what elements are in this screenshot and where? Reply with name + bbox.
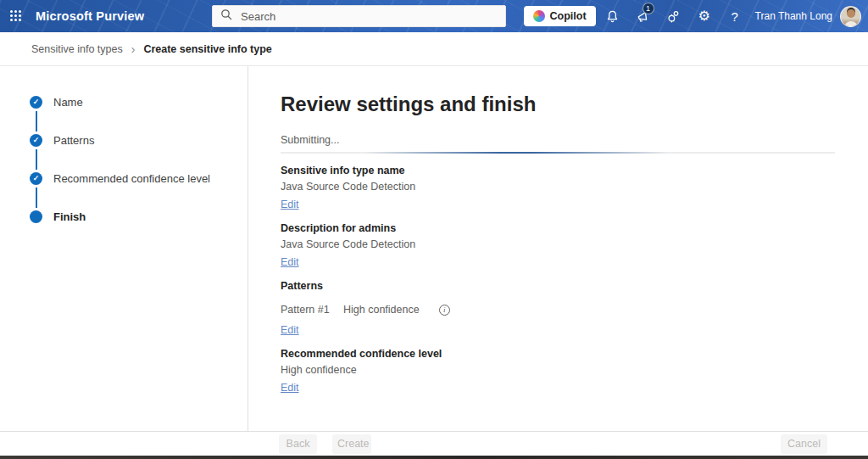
field-label: Recommended confidence level (281, 348, 835, 361)
edit-description-link[interactable]: Edit (281, 256, 299, 269)
edit-recommended-link[interactable]: Edit (281, 382, 299, 395)
wizard-stepper: ✓ Name ✓ Patterns ✓ Recommended confiden… (0, 66, 248, 431)
submitting-status: Submitting... (281, 134, 835, 146)
step-complete-circle: ✓ (30, 134, 42, 147)
step-current-circle (30, 210, 42, 223)
back-button[interactable]: Back (279, 434, 317, 454)
product-title: Microsoft Purview (36, 9, 144, 23)
review-field-description: Description for admins Java Source Code … (281, 222, 835, 269)
pattern-name: Pattern #1 (281, 304, 343, 316)
field-label: Description for admins (281, 222, 835, 235)
field-value: High confidence (281, 364, 835, 377)
edit-patterns-link[interactable]: Edit (281, 324, 299, 337)
step-label: Name (53, 96, 83, 109)
bell-icon (605, 9, 620, 24)
progress-bar (281, 152, 835, 154)
field-label: Sensitive info type name (281, 165, 835, 177)
topbar: Microsoft Purview Copilot (0, 0, 868, 32)
wizard-footer: Back Create Cancel (0, 431, 868, 456)
pattern-row: Pattern #1 High confidence i (281, 304, 835, 316)
notifications-button[interactable] (598, 0, 628, 32)
page-body: ✓ Name ✓ Patterns ✓ Recommended confiden… (0, 66, 868, 431)
search-icon (220, 8, 232, 24)
step-label: Recommended confidence level (53, 172, 210, 185)
copilot-icon (533, 10, 545, 22)
step-label: Finish (53, 210, 86, 223)
progress-bar-fill (364, 152, 669, 154)
step-complete-circle: ✓ (30, 96, 42, 109)
step-label: Patterns (53, 134, 94, 147)
review-field-patterns: Patterns Pattern #1 High confidence i Ed… (281, 280, 835, 337)
cancel-button[interactable]: Cancel (781, 434, 827, 454)
gear-icon: ⚙ (698, 9, 709, 23)
help-button[interactable]: ? (720, 0, 750, 32)
chevron-right-icon: › (131, 43, 136, 55)
user-avatar[interactable] (840, 6, 861, 27)
user-name[interactable]: Tran Thanh Long (755, 10, 832, 22)
app-window: Microsoft Purview Copilot (0, 0, 868, 459)
check-icon: ✓ (33, 137, 40, 144)
settings-button[interactable]: ⚙ (689, 0, 720, 32)
stepper-step-patterns[interactable]: ✓ Patterns (30, 134, 248, 172)
breadcrumb: Sensitive info types › Create sensitive … (0, 32, 868, 66)
field-value: Java Source Code Detection (281, 238, 835, 251)
pattern-confidence: High confidence (343, 304, 420, 316)
help-icon: ? (731, 10, 737, 23)
main-content: Review settings and finish Submitting...… (248, 66, 868, 431)
breadcrumb-current: Create sensitive info type (143, 43, 271, 55)
check-icon: ✓ (33, 98, 40, 106)
copilot-button[interactable]: Copilot (524, 6, 596, 26)
stepper-step-confidence[interactable]: ✓ Recommended confidence level (30, 172, 248, 210)
search-input[interactable] (239, 9, 498, 24)
copilot-label: Copilot (550, 10, 587, 22)
review-field-name: Sensitive info type name Java Source Cod… (281, 165, 835, 211)
window-bottom-edge (0, 456, 868, 459)
field-label: Patterns (281, 280, 835, 293)
page-title: Review settings and finish (281, 92, 835, 117)
create-button[interactable]: Create (332, 434, 371, 454)
info-icon[interactable]: i (439, 305, 450, 316)
topbar-right-cluster: Copilot 1 (524, 0, 865, 32)
review-field-recommended: Recommended confidence level High confid… (281, 348, 835, 395)
check-icon: ✓ (33, 175, 40, 182)
global-search[interactable] (212, 5, 506, 27)
stepper-step-name[interactable]: ✓ Name (30, 96, 248, 134)
field-value: Java Source Code Detection (281, 181, 835, 193)
whats-new-button[interactable]: 1 (628, 0, 659, 32)
account-settings-button[interactable] (659, 0, 689, 32)
step-complete-circle: ✓ (30, 172, 42, 185)
stepper-step-finish[interactable]: Finish (30, 210, 248, 249)
breadcrumb-parent-link[interactable]: Sensitive info types (31, 43, 123, 55)
waffle-icon (10, 10, 22, 22)
app-launcher-button[interactable] (0, 0, 32, 32)
notification-badge: 1 (643, 3, 654, 14)
people-settings-icon (666, 9, 681, 24)
edit-name-link[interactable]: Edit (281, 199, 299, 211)
